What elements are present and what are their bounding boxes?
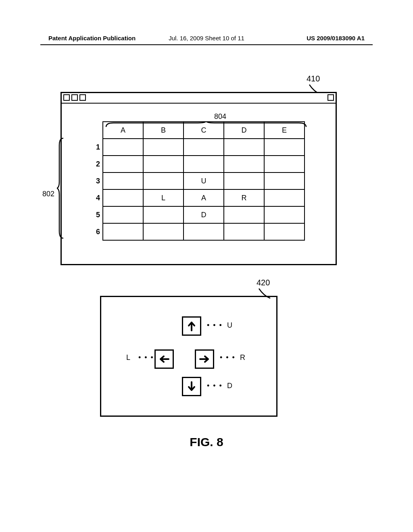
cell[interactable] xyxy=(264,139,305,156)
table-row: 4 L A R xyxy=(91,189,305,206)
cell[interactable] xyxy=(143,139,184,156)
cell[interactable] xyxy=(224,206,264,223)
window-control-icon[interactable] xyxy=(63,94,70,101)
titlebar xyxy=(62,93,336,104)
row-header[interactable]: 2 xyxy=(91,156,103,172)
app-window: 804 802 A B C D E xyxy=(60,92,337,265)
cell[interactable] xyxy=(264,189,305,206)
cell[interactable] xyxy=(143,206,184,223)
figure-caption: FIG. 8 xyxy=(0,435,413,449)
header-center: Jul. 16, 2009 Sheet 10 of 11 xyxy=(169,35,244,42)
cell[interactable] xyxy=(143,172,184,189)
cell[interactable] xyxy=(184,223,224,240)
arrow-right-icon xyxy=(198,353,211,365)
arrow-left-key[interactable] xyxy=(154,349,174,369)
dots: • • • xyxy=(207,382,223,390)
row-header[interactable]: 1 xyxy=(91,139,103,156)
cell[interactable] xyxy=(184,139,224,156)
header-left: Patent Application Publication xyxy=(48,35,136,42)
corner-cell xyxy=(91,122,103,139)
label-u: U xyxy=(227,321,232,330)
column-header-row: A B C D E xyxy=(91,122,305,139)
label-r: R xyxy=(240,353,245,362)
cell[interactable] xyxy=(224,139,264,156)
keypad-panel: • • • U L • • • • • • R • • • xyxy=(100,296,277,417)
col-header[interactable]: E xyxy=(264,122,305,139)
window-control-icon[interactable] xyxy=(79,94,86,101)
table-row: 6 xyxy=(91,223,305,240)
dots: • • • xyxy=(207,321,223,330)
label-l: L xyxy=(126,353,130,362)
arrow-down-key[interactable] xyxy=(182,377,201,396)
page-header: Patent Application Publication Jul. 16, … xyxy=(48,35,365,42)
ref-420: 420 xyxy=(257,278,270,287)
cell[interactable] xyxy=(103,206,143,223)
cell[interactable]: A xyxy=(184,189,224,206)
cell[interactable] xyxy=(264,156,305,172)
col-header[interactable]: A xyxy=(103,122,143,139)
spreadsheet: A B C D E 1 2 3 xyxy=(91,121,305,241)
window-control-icon[interactable] xyxy=(327,94,334,101)
cell[interactable]: L xyxy=(143,189,184,206)
cell[interactable]: D xyxy=(184,206,224,223)
grid-table: A B C D E 1 2 3 xyxy=(91,121,305,241)
row-header[interactable]: 5 xyxy=(91,206,103,223)
brace-802 xyxy=(57,137,64,239)
arrow-up-key[interactable] xyxy=(182,316,201,336)
arrow-right-key[interactable] xyxy=(195,349,214,369)
header-right: US 2009/0183090 A1 xyxy=(307,35,365,42)
cell[interactable]: R xyxy=(224,189,264,206)
dots: • • • xyxy=(220,353,236,362)
cell[interactable] xyxy=(184,156,224,172)
arrow-up-icon xyxy=(186,320,198,332)
row-header[interactable]: 4 xyxy=(91,189,103,206)
cell[interactable] xyxy=(264,223,305,240)
cell[interactable] xyxy=(143,156,184,172)
cell[interactable] xyxy=(103,172,143,189)
ref-802: 802 xyxy=(42,190,54,198)
cell[interactable] xyxy=(264,172,305,189)
window-control-icon[interactable] xyxy=(71,94,78,101)
row-header[interactable]: 3 xyxy=(91,172,103,189)
dots: • • • xyxy=(138,353,154,362)
table-row: 1 xyxy=(91,139,305,156)
label-d: D xyxy=(227,382,232,390)
cell[interactable] xyxy=(224,223,264,240)
cell[interactable] xyxy=(224,172,264,189)
ref-804: 804 xyxy=(214,112,226,121)
titlebar-right-controls xyxy=(327,94,334,101)
titlebar-left-controls xyxy=(63,94,86,101)
cell[interactable] xyxy=(224,156,264,172)
arrow-left-icon xyxy=(158,353,170,365)
cell[interactable] xyxy=(103,189,143,206)
table-row: 5 D xyxy=(91,206,305,223)
arrow-down-icon xyxy=(186,380,198,393)
cell[interactable] xyxy=(143,223,184,240)
table-row: 3 U xyxy=(91,172,305,189)
col-header[interactable]: D xyxy=(224,122,264,139)
cell[interactable] xyxy=(264,206,305,223)
cell[interactable]: U xyxy=(184,172,224,189)
col-header[interactable]: C xyxy=(184,122,224,139)
col-header[interactable]: B xyxy=(143,122,184,139)
ref-410: 410 xyxy=(307,74,320,83)
table-row: 2 xyxy=(91,156,305,172)
cell[interactable] xyxy=(103,223,143,240)
header-rule xyxy=(40,44,373,45)
row-header[interactable]: 6 xyxy=(91,223,103,240)
cell[interactable] xyxy=(103,139,143,156)
cell[interactable] xyxy=(103,156,143,172)
